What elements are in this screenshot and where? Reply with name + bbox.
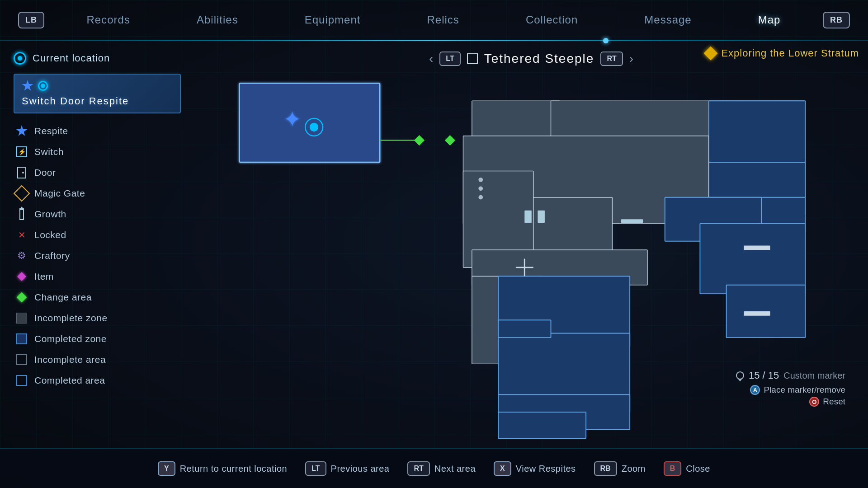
area-location-icon (38, 81, 48, 91)
svg-rect-18 (621, 219, 643, 223)
rb-bottom-button[interactable]: RB (594, 461, 617, 476)
legend-incomplete-zone: Incomplete zone (14, 309, 181, 328)
nav-relics[interactable]: Relics (420, 10, 466, 30)
zoom-label: Zoom (622, 464, 646, 474)
growth-label: Growth (34, 209, 66, 220)
legend-respite: Respite (14, 122, 181, 141)
change-area-shape (17, 292, 27, 303)
reset-row: O Reset (736, 397, 845, 407)
locked-shape: ✕ (16, 229, 28, 241)
respite-label: Respite (34, 126, 68, 136)
reset-text: Reset (823, 397, 845, 407)
lb-button[interactable]: LB (18, 12, 44, 28)
magic-gate-label: Magic Gate (34, 188, 85, 199)
nav-abilities[interactable]: Abilities (189, 10, 245, 30)
locked-label: Locked (34, 230, 66, 240)
completed-area-shape (16, 375, 27, 386)
nav-map[interactable]: Map (751, 10, 788, 30)
legend-door: Door (14, 163, 181, 182)
selected-area-name: Switch Door Respite (22, 95, 129, 107)
respite-icon (15, 125, 28, 137)
change-area-icon (15, 291, 28, 304)
door-shape (17, 167, 26, 178)
x-button[interactable]: X (494, 461, 511, 476)
marker-count-text: 15 / 15 (749, 370, 779, 381)
legend-item: Item (14, 267, 181, 286)
rb-button[interactable]: RB (823, 12, 850, 28)
svg-rect-29 (744, 245, 770, 250)
close-action[interactable]: B Close (664, 461, 710, 476)
b-button[interactable]: B (664, 461, 682, 476)
svg-rect-7 (472, 101, 560, 136)
svg-marker-6 (445, 135, 455, 145)
switch-label: Switch (34, 146, 64, 157)
legend-switch: Switch (14, 142, 181, 161)
door-icon (15, 166, 28, 179)
current-location-icon (14, 52, 26, 65)
nav-collection[interactable]: Collection (519, 10, 585, 30)
custom-marker-label: Custom marker (783, 371, 845, 381)
incomplete-zone-label: Incomplete zone (34, 313, 108, 324)
legend-growth: Growth (14, 205, 181, 224)
rt-bottom-button[interactable]: RT (407, 461, 429, 476)
legend-magic-gate: Magic Gate (14, 184, 181, 203)
svg-rect-27 (700, 224, 805, 294)
map-right-info: 15 / 15 Custom marker A Place marker/rem… (736, 370, 845, 407)
svg-point-33 (478, 186, 483, 191)
change-area-label: Change area (34, 292, 92, 303)
lt-bottom-button[interactable]: LT (305, 461, 326, 476)
area-title: Tethered Steeple (484, 52, 594, 66)
previous-label: Previous area (331, 464, 390, 474)
a-button[interactable]: A (750, 385, 760, 395)
map-canvas[interactable]: ✦ (199, 75, 859, 443)
view-respites-action[interactable]: X View Respites (494, 461, 576, 476)
item-icon (15, 270, 28, 283)
craftory-label: Craftory (34, 250, 70, 261)
previous-action[interactable]: LT Previous area (305, 461, 389, 476)
legend-completed-area: Completed area (14, 371, 181, 390)
o-button[interactable]: O (809, 397, 819, 407)
area-title-icon (467, 53, 478, 64)
lt-button[interactable]: LT (439, 52, 460, 66)
view-label: View Respites (516, 464, 576, 474)
return-action[interactable]: Y Return to current location (158, 461, 287, 476)
current-location-label: Current location (33, 52, 110, 64)
right-arrow-btn[interactable]: › (629, 52, 633, 66)
area-icons-row (22, 80, 173, 92)
incomplete-area-shape (16, 354, 27, 365)
completed-zone-label: Completed zone (34, 333, 107, 344)
switch-icon (15, 145, 28, 158)
nav-equipment[interactable]: Equipment (297, 10, 368, 30)
close-label: Close (686, 464, 710, 474)
marker-pin-icon (736, 371, 744, 380)
y-button[interactable]: Y (158, 461, 175, 476)
svg-point-32 (478, 178, 483, 182)
zoom-action[interactable]: RB Zoom (594, 461, 646, 476)
growth-icon (15, 208, 28, 221)
svg-rect-14 (533, 197, 613, 259)
completed-area-icon (15, 374, 28, 387)
nav-message[interactable]: Message (637, 10, 698, 30)
svg-rect-30 (744, 311, 770, 316)
bottom-bar: Y Return to current location LT Previous… (0, 448, 868, 488)
svg-rect-24 (498, 320, 551, 338)
nav-active-dot (603, 38, 609, 43)
quest-diamond-icon (704, 46, 718, 60)
place-marker-row: A Place marker/remove (736, 385, 845, 395)
next-action[interactable]: RT Next area (407, 461, 476, 476)
left-arrow-btn[interactable]: ‹ (429, 52, 433, 66)
locked-icon: ✕ (15, 229, 28, 241)
nav-records[interactable]: Records (80, 10, 137, 30)
magic-gate-icon (15, 187, 28, 200)
incomplete-area-icon (15, 353, 28, 366)
rt-button[interactable]: RT (600, 52, 623, 66)
legend-panel: Current location Switch Door Respite Res… (0, 43, 194, 447)
svg-marker-5 (414, 135, 425, 145)
incomplete-area-label: Incomplete area (34, 354, 106, 365)
current-location-row: Current location (14, 52, 181, 65)
main-content: Current location Switch Door Respite Res… (0, 43, 868, 447)
nav-divider (0, 40, 868, 41)
growth-shape (19, 208, 24, 220)
svg-point-34 (478, 195, 483, 200)
nav-items: Records Abilities Equipment Relics Colle… (44, 10, 823, 30)
